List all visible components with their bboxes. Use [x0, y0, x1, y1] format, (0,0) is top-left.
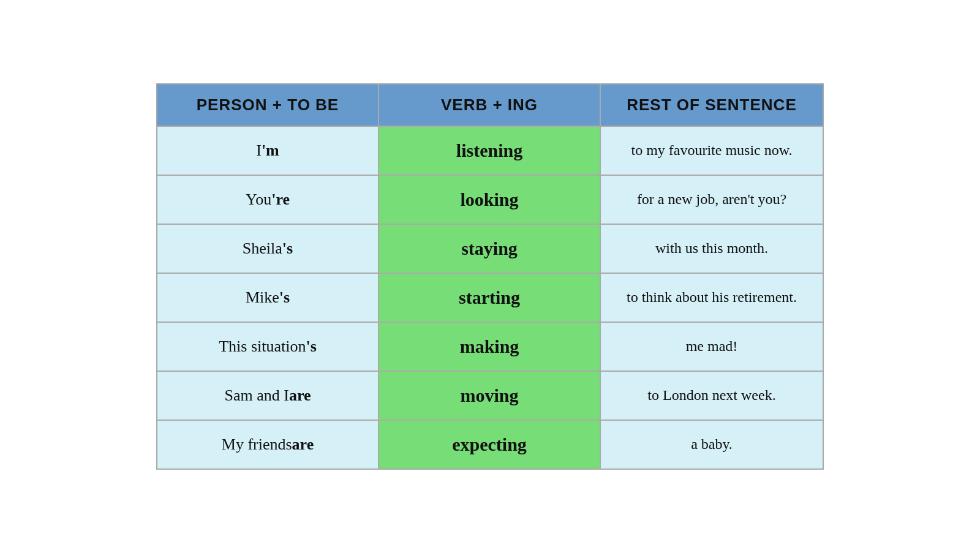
cell-person-0: I'm — [157, 127, 379, 175]
header-rest: REST OF SENTENCE — [601, 85, 823, 126]
cell-verb-6: expecting — [379, 421, 601, 468]
table-row: Mike'sstartingto think about his retirem… — [157, 273, 823, 322]
cell-verb-0: listening — [379, 127, 601, 175]
cell-person-1: You're — [157, 176, 379, 224]
cell-verb-4: making — [379, 323, 601, 371]
cell-person-3: Mike's — [157, 274, 379, 322]
cell-verb-5: moving — [379, 372, 601, 419]
cell-rest-5: to London next week. — [601, 372, 823, 419]
table-row: This situation'smakingme mad! — [157, 322, 823, 371]
table-row: Sam and I aremovingto London next week. — [157, 371, 823, 419]
grammar-table: PERSON + TO BE VERB + ING REST OF SENTEN… — [156, 83, 824, 470]
cell-verb-2: staying — [379, 225, 601, 273]
cell-rest-4: me mad! — [601, 323, 823, 371]
table-header: PERSON + TO BE VERB + ING REST OF SENTEN… — [157, 85, 823, 126]
table-row: You'relookingfor a new job, aren't you? — [157, 175, 823, 224]
table-row: I'mlisteningto my favourite music now. — [157, 126, 823, 175]
table-row: Sheila'sstayingwith us this month. — [157, 224, 823, 273]
cell-verb-1: looking — [379, 176, 601, 224]
header-person: PERSON + TO BE — [157, 85, 379, 126]
table-body: I'mlisteningto my favourite music now.Yo… — [157, 126, 823, 468]
cell-person-5: Sam and I are — [157, 372, 379, 419]
cell-rest-0: to my favourite music now. — [601, 127, 823, 175]
cell-rest-6: a baby. — [601, 421, 823, 468]
cell-person-4: This situation's — [157, 323, 379, 371]
cell-rest-2: with us this month. — [601, 225, 823, 273]
cell-person-6: My friends are — [157, 421, 379, 468]
cell-rest-1: for a new job, aren't you? — [601, 176, 823, 224]
cell-person-2: Sheila's — [157, 225, 379, 273]
cell-rest-3: to think about his retirement. — [601, 274, 823, 322]
table-row: My friends areexpectinga baby. — [157, 419, 823, 468]
cell-verb-3: starting — [379, 274, 601, 322]
header-verb: VERB + ING — [379, 85, 601, 126]
